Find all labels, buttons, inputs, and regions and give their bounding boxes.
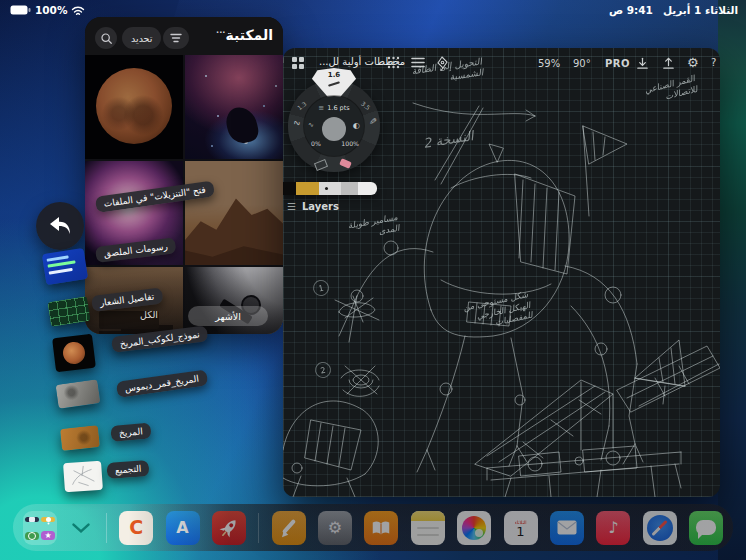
speech-bubble-icon <box>696 520 716 535</box>
color-palette-bar[interactable] <box>283 182 377 195</box>
help-button[interactable]: ? <box>711 57 716 68</box>
drag-label-deimos[interactable]: المريخ_قمر_ديموس <box>116 369 208 397</box>
rotation-value[interactable]: 90° <box>573 58 591 69</box>
import-icon <box>635 56 650 71</box>
music-note-icon: ♪ <box>608 518 618 537</box>
rocket-icon <box>212 511 246 545</box>
dock-icon-drawing-app[interactable] <box>272 511 306 545</box>
layers-menu-icon: ☰ <box>287 201 296 212</box>
layers-label: Layers <box>302 201 339 212</box>
pro-badge[interactable]: PRO <box>605 58 630 69</box>
settings-button[interactable]: ⚙ <box>687 55 699 70</box>
vector-pen-button[interactable] <box>435 56 449 71</box>
drag-thumb-mars-model[interactable] <box>52 334 96 373</box>
safari-compass-icon <box>647 515 673 541</box>
menu-button[interactable] <box>411 57 425 68</box>
search-button[interactable] <box>95 27 117 49</box>
photo-grid <box>85 55 283 334</box>
pencil-tool-icon <box>326 79 342 89</box>
lines-icon <box>170 33 182 43</box>
pen-tool-icon[interactable]: ✎ <box>368 117 379 125</box>
share-icon <box>661 56 676 71</box>
dock-icon-mail[interactable] <box>550 511 584 545</box>
app-store-glyph: A <box>176 518 188 537</box>
battery-icon <box>10 4 31 16</box>
dock-divider <box>258 513 259 543</box>
dock-divider <box>106 513 107 543</box>
palette-swatch-gray[interactable] <box>341 182 358 195</box>
dock-icon-messages[interactable] <box>689 511 723 545</box>
dock-icon-app-store[interactable]: A <box>166 511 200 545</box>
select-label: تحديد <box>131 33 152 44</box>
open-book-icon <box>370 518 392 538</box>
more-button[interactable]: ··· <box>216 25 225 40</box>
select-button[interactable]: تحديد <box>122 27 161 49</box>
mini-app-icon-tips <box>41 517 55 522</box>
layers-panel-header[interactable]: ☰ Layers <box>287 201 339 212</box>
ipad-screen: 100% 9:41 ص الثلاثاء 1 أبريل تحديد <box>0 0 746 560</box>
color-knob[interactable] <box>322 117 346 141</box>
back-arrow-icon <box>47 215 73 237</box>
wallpaper-right-strip <box>718 0 746 560</box>
zoom-level[interactable]: 59% <box>538 58 560 69</box>
dock-icon-safari[interactable] <box>643 511 677 545</box>
photos-flower-icon <box>462 516 486 540</box>
drag-thumb-mars-texture[interactable] <box>60 425 100 451</box>
tab-all[interactable]: الكل <box>140 309 158 320</box>
palette-swatch-white[interactable] <box>358 182 377 195</box>
drag-label-mars[interactable]: المريخ <box>110 423 151 442</box>
library-title: المكتبة <box>225 27 273 43</box>
drag-thumb-assembly-sketch[interactable] <box>63 461 103 493</box>
photos-tabs: الكل الأشهر <box>85 306 283 326</box>
status-right-cluster: 9:41 ص الثلاثاء 1 أبريل <box>609 4 738 16</box>
dock-icon-calendar[interactable]: الثلاثاء 1 <box>504 511 538 545</box>
import-button[interactable] <box>635 56 650 71</box>
mini-app-icon-green <box>25 532 39 540</box>
stroke-width-value: 1.6 pts <box>327 104 349 112</box>
hamburger-icon <box>411 57 425 68</box>
palette-swatch-lightgray[interactable] <box>319 182 341 195</box>
gear-icon: ⚙ <box>687 55 699 70</box>
dock-icon-concepts[interactable]: C <box>119 511 153 545</box>
tab-months-selected[interactable]: الأشهر <box>188 306 268 326</box>
dock-icon-settings[interactable]: ⚙ <box>318 511 352 545</box>
tool-wheel[interactable]: 1.6 1.3 3.5 ∿ ✎ ≡ 1.6 pts ∿ ◐ 0% 100% <box>288 68 380 172</box>
palette-swatch-black[interactable] <box>283 182 296 195</box>
calendar-weekday: الثلاثاء <box>515 519 527 524</box>
dock-collapse-button[interactable] <box>69 511 93 545</box>
dock-icon-photos[interactable] <box>457 511 491 545</box>
dock-icon-music[interactable]: ♪ <box>596 511 630 545</box>
mini-app-icon-camera <box>25 517 39 522</box>
photos-window: تحديد ··· المكتبة الكل الأشهر <box>85 17 283 334</box>
tool-wheel-center[interactable]: ≡ 1.6 pts ∿ ◐ 0% 100% <box>304 96 364 156</box>
concepts-logo: C <box>129 516 143 538</box>
filter-button[interactable] <box>163 27 189 49</box>
drag-thumb-poster[interactable] <box>42 248 88 285</box>
dock-widget-folder[interactable]: ★ <box>23 511 57 545</box>
export-button[interactable] <box>661 56 676 71</box>
battery-percent: 100% <box>35 4 67 16</box>
calendar-day: 1 <box>516 525 524 538</box>
compass-needle <box>651 519 667 535</box>
dock-icon-notes[interactable] <box>411 511 445 545</box>
gear-icon: ⚙ <box>328 518 342 537</box>
status-time: 9:41 ص <box>609 4 653 16</box>
envelope-icon <box>557 520 577 535</box>
search-icon <box>100 32 113 45</box>
contrast-icon: ◐ <box>353 121 360 130</box>
drag-label-assembly[interactable]: التجميع <box>106 460 149 479</box>
opacity-max: 100% <box>341 140 359 147</box>
smoothing-icon: ∿ <box>308 121 314 129</box>
status-date: الثلاثاء 1 أبريل <box>663 4 738 16</box>
precision-button[interactable] <box>387 56 400 69</box>
dock-icon-books[interactable] <box>364 511 398 545</box>
concepts-window: التحويل إلى الطاقة الشمسية القمر الصناعي… <box>283 48 720 497</box>
palette-swatch-gold-selected[interactable] <box>296 182 319 195</box>
drag-thumb-deimos[interactable] <box>56 379 101 409</box>
pen-nib-icon <box>435 56 449 71</box>
opacity-min: 0% <box>311 140 321 147</box>
dots-grid-icon <box>387 56 400 69</box>
drag-return-badge[interactable] <box>36 202 84 250</box>
mini-app-icon-star: ★ <box>41 531 55 540</box>
dock-icon-rocket[interactable] <box>212 511 246 545</box>
